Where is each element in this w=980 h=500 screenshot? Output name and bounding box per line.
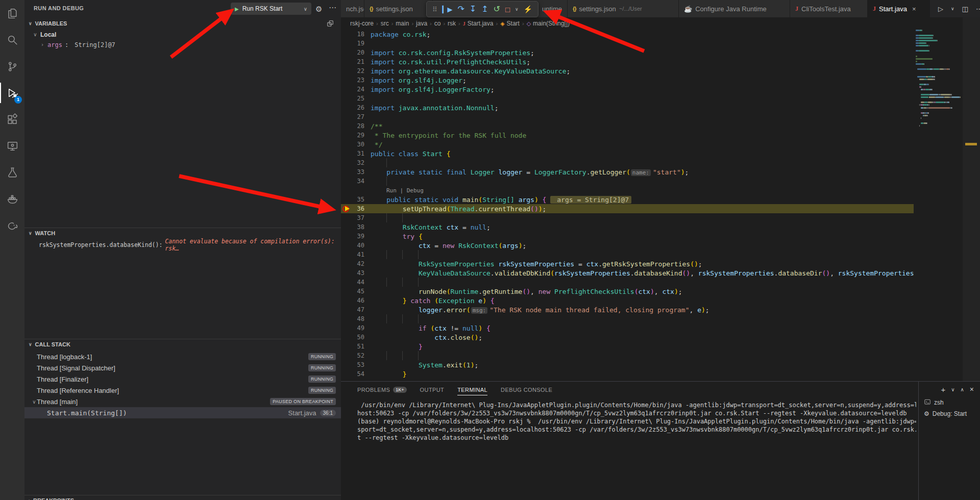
terminal-line: sport=dt_socket,server=n,suspend=y,addre… xyxy=(357,426,916,434)
panel-tab-problems[interactable]: PROBLEMS1K+ xyxy=(357,385,407,395)
call-stack-section-header[interactable]: ∨ CALL STACK xyxy=(24,339,341,349)
chevron-down-icon[interactable]: ∨ xyxy=(515,7,519,12)
sidebar-more-icon[interactable]: ⋯ xyxy=(329,3,336,12)
call-stack-thread-row[interactable]: Thread [Signal Dispatcher]RUNNING xyxy=(24,362,341,373)
breadcrumb-item-co[interactable]: co xyxy=(434,20,441,27)
frame-position-badge: 36:1 xyxy=(320,410,336,416)
breadcrumb-item-start-java[interactable]: JStart.java xyxy=(463,20,494,27)
indent-guide xyxy=(386,351,387,360)
tab-nch-json[interactable]: nch.json xyxy=(341,0,364,17)
breadcrumb-item-main[interactable]: main xyxy=(396,20,409,27)
explorer-icon[interactable] xyxy=(0,0,24,27)
code-editor[interactable]: 18package co.rsk;1920import co.rsk.confi… xyxy=(341,30,914,381)
terminal-output[interactable]: /usr/bin/env /Library/Internet\ Plug-Ins… xyxy=(357,401,916,442)
docker-icon[interactable] xyxy=(0,186,24,212)
call-stack-thread-row[interactable]: Thread [Reference Handler]RUNNING xyxy=(24,385,341,396)
maximize-panel-icon[interactable]: ∧ xyxy=(960,387,964,392)
code-lens[interactable]: Run | Debug xyxy=(371,187,424,194)
breakpoint-current-line-icon[interactable] xyxy=(341,204,351,213)
breakpoints-section-header[interactable]: › BREAKPOINTS xyxy=(24,495,341,500)
breadcrumb-item-rsk[interactable]: rsk xyxy=(448,20,456,27)
breadcrumb-label: co xyxy=(434,20,441,27)
restart-icon[interactable]: ↺ xyxy=(494,5,500,13)
code-line: 35 public static void main(String[] args… xyxy=(341,195,914,204)
close-panel-icon[interactable]: × xyxy=(970,385,974,393)
line-number: 19 xyxy=(351,40,364,47)
run-and-debug-icon[interactable]: 1 xyxy=(0,80,24,106)
indent-guide xyxy=(402,213,403,222)
extensions-icon[interactable] xyxy=(0,106,24,133)
step-out-icon[interactable]: ↥ xyxy=(481,5,488,13)
minimap[interactable] xyxy=(914,30,963,381)
overview-ruler[interactable] xyxy=(963,17,980,381)
terminal-picker-chevron-icon[interactable]: ∨ xyxy=(951,387,954,392)
remote-explorer-icon[interactable] xyxy=(0,133,24,159)
run-editor-button[interactable]: ▷ xyxy=(938,5,943,13)
panel-tab-terminal[interactable]: TERMINAL xyxy=(457,385,487,395)
terminal-list-item-zsh[interactable]: zsh xyxy=(919,397,980,408)
new-terminal-icon[interactable]: + xyxy=(941,385,945,394)
code-line: 51 } xyxy=(341,342,914,351)
stop-icon[interactable]: □ xyxy=(505,6,510,13)
line-number: 52 xyxy=(351,352,364,359)
call-stack-thread-row[interactable]: ∨Thread [main]PAUSED ON BREAKPOINT xyxy=(24,396,341,407)
indent-guide xyxy=(402,278,403,287)
drag-icon[interactable]: ⠿ xyxy=(432,6,437,13)
editor-more-icon[interactable]: ⋯ xyxy=(976,5,980,13)
line-number: 45 xyxy=(351,288,364,295)
watch-expression-row[interactable]: rskSystemProperties.databaseKind(): Cann… xyxy=(24,240,341,249)
breadcrumb-item-java[interactable]: java xyxy=(416,20,427,27)
watch-section-header[interactable]: ∨ WATCH xyxy=(24,228,341,238)
terminal-list-item-debug-start[interactable]: ⚙Debug: Start xyxy=(919,408,980,419)
terminal-icon xyxy=(924,398,931,407)
indent-guide xyxy=(386,158,387,167)
run-dropdown-icon[interactable]: ∨ xyxy=(951,6,954,11)
variable-row-args[interactable]: › args: String[2]@7 xyxy=(24,40,341,49)
breadcrumb-separator-icon: › xyxy=(376,20,378,27)
search-icon[interactable] xyxy=(0,27,24,53)
step-into-icon[interactable]: ↧ xyxy=(470,5,476,13)
breadcrumb-item-rskj-core[interactable]: rskj-core xyxy=(350,20,374,27)
variables-header-action-icon[interactable] xyxy=(327,20,334,29)
code-line: 44 xyxy=(341,278,914,287)
step-over-icon[interactable]: ↷ xyxy=(457,5,464,13)
breadcrumb-label: Start.java xyxy=(468,20,494,27)
debug-settings-gear-icon[interactable]: ⚙ xyxy=(315,5,322,14)
run-config-chevron-icon[interactable]: ∨ xyxy=(304,6,307,12)
tab-close-icon[interactable]: × xyxy=(912,5,916,13)
indent-guide xyxy=(418,314,419,323)
breadcrumb-item-start[interactable]: ◈Start xyxy=(500,20,520,27)
java-runtime-cup-icon: ☕ xyxy=(684,5,692,13)
panel-tab-output[interactable]: OUTPUT xyxy=(420,385,445,395)
breadcrumb-item-main-string-[interactable]: ◇main(String[]) xyxy=(527,20,570,27)
tab-label: Start.java xyxy=(879,5,907,13)
tab-configure-java-runtime[interactable]: ☕Configure Java Runtime xyxy=(679,0,790,17)
code-lens-row: Run | Debug xyxy=(341,186,914,195)
code-line: 48 xyxy=(341,314,914,323)
source-control-icon[interactable] xyxy=(0,53,24,80)
split-editor-icon[interactable]: ◫ xyxy=(962,5,968,13)
panel-tab-debug-console[interactable]: DEBUG CONSOLE xyxy=(501,385,552,395)
json-file-icon: {} xyxy=(573,6,576,12)
breadcrumb-item-src[interactable]: src xyxy=(381,20,389,27)
variables-scope-local[interactable]: ∨ Local xyxy=(24,30,341,39)
call-stack-frame-row[interactable]: Start.main(String[])Start.java36:1 xyxy=(24,407,341,418)
continue-icon[interactable]: ▎▶ xyxy=(442,6,452,13)
run-config-dropdown[interactable]: ▶ Run RSK Start ∨ xyxy=(231,3,311,15)
line-number: 47 xyxy=(351,306,364,313)
line-number: 43 xyxy=(351,269,364,277)
line-number: 27 xyxy=(351,113,364,120)
call-stack-thread-row[interactable]: Thread [logback-1]RUNNING xyxy=(24,351,341,362)
thread-status-badge: RUNNING xyxy=(308,376,336,383)
tab-settings-json[interactable]: {}settings.json xyxy=(364,0,433,17)
testing-icon[interactable] xyxy=(0,159,24,186)
tab-settings-json[interactable]: {}settings.json~/.../User xyxy=(568,0,679,17)
tab-clitoolstest-java[interactable]: JCliToolsTest.java xyxy=(790,0,868,17)
line-number: 54 xyxy=(351,370,364,378)
tab-start-java[interactable]: JStart.java× xyxy=(868,0,930,17)
call-stack-thread-row[interactable]: Thread [Finalizer]RUNNING xyxy=(24,373,341,385)
gradle-icon[interactable] xyxy=(0,212,24,239)
variables-section-header[interactable]: ∨ VARIABLES xyxy=(24,18,341,29)
hot-code-replace-icon[interactable]: ⚡ xyxy=(524,6,532,13)
code-line: 21import co.rsk.util.PreflightChecksUtil… xyxy=(341,57,914,66)
